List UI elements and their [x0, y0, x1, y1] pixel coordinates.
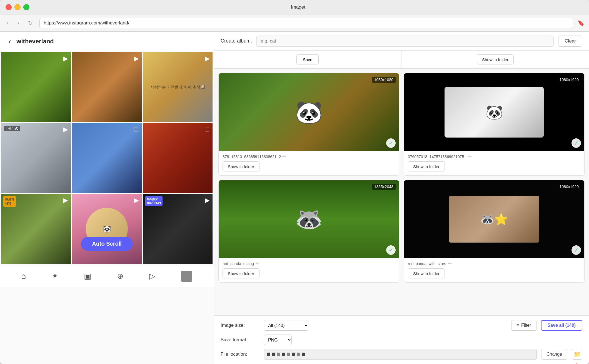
image-check-4: ✓ — [571, 245, 581, 255]
change-button[interactable]: Change — [541, 349, 567, 360]
right-panel: Create album: Clear Save Show in folder — [214, 32, 589, 364]
image-card-4: 🦝⭐ 1080x1920 ✓ red_panda_with_stars ✏ Sh… — [404, 180, 585, 283]
grid-item[interactable]: ☐ — [72, 123, 142, 193]
album-input[interactable] — [256, 36, 554, 47]
image-icon: ☐ — [133, 126, 139, 133]
path-segment — [287, 353, 290, 356]
grid-item[interactable]: 화이트Z181-199-19 ▶ — [143, 194, 213, 264]
title-bar: Imaget — [0, 0, 589, 14]
image-card-info-4: red_panda_with_stars ✏ Show in folder — [404, 258, 584, 282]
path-segment — [272, 353, 275, 356]
show-in-folder-1[interactable]: Show in folder — [223, 161, 259, 171]
feed-back-button[interactable]: ‹ — [8, 37, 11, 46]
grid-item[interactable]: ▶ — [72, 52, 142, 122]
edit-icon-3[interactable]: ✏ — [256, 261, 259, 266]
save-all-button[interactable]: Save all (140) — [541, 320, 582, 331]
video-icon: ▶ — [205, 55, 210, 62]
edit-icon-1[interactable]: ✏ — [283, 154, 286, 159]
image-card-info-3: red_panda_eating ✏ Show in folder — [219, 258, 399, 282]
clear-button[interactable]: Clear — [558, 36, 582, 47]
open-folder-button[interactable]: 📁 — [572, 349, 582, 360]
edit-icon-4[interactable]: ✏ — [448, 261, 451, 266]
nav-send-icon[interactable]: ▷ — [149, 271, 155, 281]
edit-icon-2[interactable]: ✏ — [468, 154, 471, 159]
close-button[interactable] — [6, 4, 12, 10]
image-check-3: ✓ — [386, 245, 396, 255]
footer-row-2: Save format: PNG JPG WEBP — [221, 335, 582, 345]
image-size-label: Image size: — [221, 323, 259, 328]
path-segment — [277, 353, 280, 356]
image-thumb-4: 🦝⭐ 1080x1920 ✓ — [404, 180, 584, 258]
show-in-folder-2[interactable]: Show in folder — [408, 161, 445, 171]
album-label: Create album: — [221, 38, 252, 44]
forward-button[interactable]: › — [15, 19, 22, 27]
image-card-3: 🦝 1365x2048 ✓ red_panda_eating ✏ Show in… — [218, 180, 399, 283]
image-icon: ☐ — [204, 126, 210, 133]
show-in-folder-top[interactable]: Show in folder — [477, 54, 514, 64]
image-filename-4: red_panda_with_stars ✏ — [408, 261, 580, 266]
refresh-button[interactable]: ↻ — [26, 19, 35, 28]
nav-explore-icon[interactable]: ✦ — [52, 271, 58, 281]
image-size-select[interactable]: All (140) — [264, 320, 308, 331]
image-filename-3: red_panda_eating ✏ — [223, 261, 395, 266]
file-path-bar — [264, 349, 537, 360]
save-row-partial: Save Show in folder — [214, 51, 589, 69]
folder-icon: 📁 — [574, 351, 581, 358]
footer-row-1: Image size: All (140) ≡ Filter Save all … — [221, 320, 582, 331]
save-button-top[interactable]: Save — [296, 54, 319, 64]
app-window: Imaget ‹ › ↻ 🔖 ‹ witheverland ▶ — [0, 0, 589, 364]
path-segment — [282, 353, 285, 356]
right-panel-header: Create album: Clear — [214, 32, 589, 51]
auto-scroll-button[interactable]: Auto Scroll — [81, 237, 133, 251]
image-size-badge-2: 1080x1920 — [557, 77, 581, 83]
main-content: ‹ witheverland ▶ ▶ — [0, 32, 589, 364]
file-location-label: File location: — [221, 351, 259, 357]
video-icon: ▶ — [63, 55, 68, 62]
grid-item[interactable]: 사랑하는 가족들과 해피 추석🎑 ▶ — [143, 52, 213, 122]
video-icon: ▶ — [63, 197, 68, 204]
feed-header: ‹ witheverland — [0, 32, 214, 51]
browser-bar: ‹ › ↻ 🔖 — [0, 14, 589, 32]
bottom-nav: ⌂ ✦ ▣ ⊕ ▷ — [0, 265, 214, 287]
nav-reels-icon[interactable]: ▣ — [84, 271, 91, 281]
image-size-badge-4: 1080x1920 — [557, 184, 581, 190]
image-check-2: ✓ — [571, 138, 581, 148]
grid-item[interactable]: ▶ — [1, 52, 71, 122]
image-card-info-2: 379057018_1475713869921075_ ✏ Show in fo… — [404, 151, 584, 175]
video-icon: ▶ — [205, 197, 210, 204]
bookmark-icon[interactable]: 🔖 — [578, 20, 585, 26]
image-check-1: ✓ — [386, 138, 396, 148]
feed-grid-wrapper: ▶ ▶ 사랑하는 가족들과 해피 추석🎑 ▶ — [0, 51, 214, 265]
grid-item[interactable]: 바으미🐼 ▶ — [1, 123, 71, 193]
back-button[interactable]: ‹ — [4, 19, 11, 27]
nav-home-icon[interactable]: ⌂ — [21, 272, 26, 281]
feed-username: witheverland — [16, 38, 54, 45]
image-thumb-2: 🐼 1080x1920 ✓ — [404, 73, 584, 151]
save-format-select[interactable]: PNG JPG WEBP — [264, 335, 292, 345]
left-panel: ‹ witheverland ▶ ▶ — [0, 32, 214, 364]
image-thumb-3: 🦝 1365x2048 ✓ — [219, 180, 399, 258]
image-filename-1: 378115810_686859116808621_2 ✏ — [223, 154, 395, 159]
image-size-badge-1: 1080x1080 — [372, 77, 396, 83]
url-input[interactable] — [39, 18, 573, 28]
grid-item[interactable]: ☐ — [143, 123, 213, 193]
image-thumb-1: 🐼 1080x1080 ✓ — [219, 73, 399, 151]
footer-row-3: File location: Change 📁 — [221, 349, 582, 360]
filter-button[interactable]: ≡ Filter — [511, 320, 536, 331]
show-in-folder-4[interactable]: Show in folder — [408, 268, 445, 278]
video-icon: ▶ — [63, 126, 68, 133]
nav-avatar[interactable] — [181, 271, 192, 282]
grid-item-label: 바으미🐼 — [4, 126, 20, 131]
grid-item[interactable]: 🐼 ▶ — [72, 194, 142, 264]
image-filename-2: 379057018_1475713869921075_ ✏ — [408, 154, 580, 159]
video-icon: ▶ — [134, 55, 139, 62]
filter-icon: ≡ — [516, 323, 519, 328]
image-size-badge-3: 1365x2048 — [372, 184, 396, 190]
feed-grid: ▶ ▶ 사랑하는 가족들과 해피 추석🎑 ▶ — [0, 51, 214, 265]
path-segment — [297, 353, 300, 356]
grid-item[interactable]: 프로의세계 ▶ — [1, 194, 71, 264]
show-in-folder-3[interactable]: Show in folder — [223, 268, 259, 278]
right-panel-footer: Image size: All (140) ≡ Filter Save all … — [214, 315, 589, 364]
save-format-label: Save format: — [221, 337, 259, 343]
nav-add-icon[interactable]: ⊕ — [117, 271, 123, 281]
